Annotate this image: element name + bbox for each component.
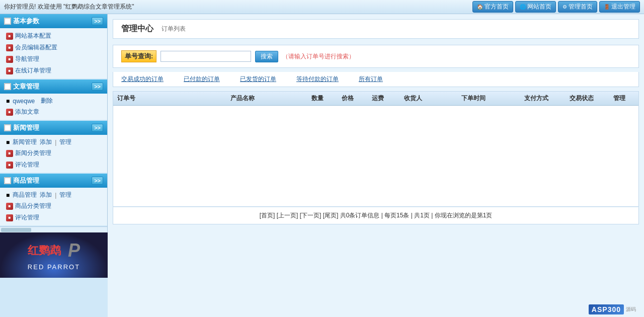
item-icon: ■ (6, 67, 13, 74)
search-hint: （请输入订单号进行搜索） (282, 52, 355, 61)
home-icon: 🏠 (477, 4, 483, 10)
item-label: 商品分类管理 (15, 202, 51, 210)
content-title-bar: 管理中心 订单列表 (113, 19, 639, 39)
sidebar-item-product-category[interactable]: ■ 商品分类管理 (4, 200, 107, 212)
filter-tabs: 交易成功的订单 已付款的订单 已发货的订单 等待付款的订单 所有订单 (113, 72, 639, 87)
product-manage-btn[interactable]: 管理 (59, 191, 71, 199)
logo-en-text: RED PARROT (28, 263, 80, 271)
sidebar-header-articles[interactable]: 文章管理 >> (0, 80, 107, 94)
asp300-text: ASP300 (589, 304, 624, 314)
sidebar-section-articles: 文章管理 >> ■ qweqwe 删除 ■ 添加文章 (0, 80, 107, 120)
section-title-articles: 文章管理 (13, 82, 39, 91)
order-table: 订单号 产品名称 数量 价格 运费 收货人 下单时间 支付方式 交易状态 管理 (113, 91, 639, 207)
expand-products[interactable]: >> (92, 177, 103, 185)
th-payment: 支付方式 (514, 94, 559, 103)
search-button[interactable]: 搜索 (255, 51, 278, 62)
pagination-text: [首页] [上一页] [下一页] [尾页] 共0条订单信息 | 每页15条 | … (260, 212, 493, 219)
official-site-btn[interactable]: 🏠 官方首页 (472, 1, 513, 13)
th-qty: 数量 (302, 94, 333, 103)
filter-paid[interactable]: 已付款的订单 (184, 75, 220, 84)
th-receiver: 收货人 (393, 94, 433, 103)
sidebar-section-news: 新闻管理 >> ■ 新闻管理 添加 | 管理 ■ 新闻分类管理 (0, 121, 107, 173)
sidebar-item-member-editor[interactable]: ■ 会员编辑器配置 (4, 42, 107, 53)
globe-icon: 🌐 (520, 4, 526, 10)
sidebar-header-products[interactable]: 商品管理 >> (0, 174, 107, 188)
sidebar-item-product-comments[interactable]: ■ 评论管理 (4, 212, 107, 223)
pagination: [首页] [上一页] [下一页] [尾页] 共0条订单信息 | 每页15条 | … (113, 207, 639, 224)
item-label: 新闻分类管理 (15, 149, 51, 157)
sidebar-item-news-comments[interactable]: ■ 评论管理 (4, 159, 107, 171)
expand-news[interactable]: >> (92, 124, 103, 132)
logo-p-icon: P (68, 240, 80, 261)
filter-shipped[interactable]: 已发货的订单 (240, 75, 276, 84)
item-label: 会员编辑器配置 (15, 43, 57, 52)
breadcrumb: 订单列表 (162, 25, 186, 33)
item-label: 评论管理 (15, 161, 39, 169)
filter-pending[interactable]: 等待付款的订单 (296, 75, 339, 84)
th-shipping: 运费 (363, 94, 393, 103)
th-manage: 管理 (604, 94, 634, 103)
news-manage-btn[interactable]: 管理 (59, 138, 71, 146)
scrollbar-thumb[interactable] (1, 228, 31, 232)
filter-all[interactable]: 所有订单 (359, 75, 383, 84)
section-icon (4, 83, 11, 90)
admin-home-btn[interactable]: ⚙ 管理首页 (558, 1, 597, 13)
product-manage-row: ■ 商品管理 添加 | 管理 (4, 190, 107, 200)
article-item-qweqwe[interactable]: qweqwe (13, 98, 35, 105)
product-add-btn[interactable]: 添加 (40, 191, 52, 199)
sidebar-item-add-article[interactable]: ■ 添加文章 (4, 106, 107, 118)
th-status: 交易状态 (559, 94, 604, 103)
logout-label: 退出管理 (611, 3, 635, 11)
th-time: 下单时间 (433, 94, 514, 103)
search-input[interactable] (160, 51, 251, 62)
item-label: 在线订单管理 (15, 66, 51, 75)
item-icon: ■ (6, 98, 10, 105)
sidebar-item-news-category[interactable]: ■ 新闻分类管理 (4, 147, 107, 159)
sidebar-header-basic[interactable]: 基本参数 >> (0, 14, 107, 28)
page-title: 管理中心 (121, 24, 153, 34)
main-content: 管理中心 订单列表 单号查询: 搜索 （请输入订单号进行搜索） 交易成功的订单 … (108, 14, 644, 317)
delete-article-btn[interactable]: 删除 (41, 97, 53, 105)
item-label: 评论管理 (15, 213, 39, 222)
expand-articles[interactable]: >> (92, 83, 103, 91)
website-home-btn[interactable]: 🌐 网站首页 (515, 1, 556, 13)
item-icon: ■ (6, 192, 10, 199)
section-title-products: 商品管理 (13, 176, 39, 185)
item-label: 网站基本配置 (15, 32, 51, 40)
bottom-logo-bar: ASP300 源码 (543, 302, 644, 317)
nav-buttons: 🏠 官方首页 🌐 网站首页 ⚙ 管理首页 🚪 退出管理 (472, 1, 640, 13)
filter-success[interactable]: 交易成功的订单 (121, 75, 164, 84)
exit-icon: 🚪 (604, 4, 610, 10)
news-add-btn[interactable]: 添加 (40, 138, 52, 146)
search-bar: 单号查询: 搜索 （请输入订单号进行搜索） (113, 45, 639, 68)
item-icon: ■ (6, 56, 13, 63)
sidebar-content-articles: ■ qweqwe 删除 ■ 添加文章 (0, 94, 107, 120)
product-manage-label: 商品管理 (13, 191, 37, 199)
logo-cn-text: 红鹦鹉 (28, 243, 61, 258)
sidebar-content-products: ■ 商品管理 添加 | 管理 ■ 商品分类管理 ■ 评论管理 (0, 188, 107, 225)
item-icon: ■ (6, 203, 13, 210)
sidebar-section-products: 商品管理 >> ■ 商品管理 添加 | 管理 ■ 商品分类管理 (0, 174, 107, 225)
item-icon: ■ (6, 33, 13, 40)
search-label: 单号查询: (121, 50, 156, 62)
sidebar-item-site-config[interactable]: ■ 网站基本配置 (4, 30, 107, 42)
sidebar-header-news[interactable]: 新闻管理 >> (0, 121, 107, 135)
item-icon: ■ (6, 109, 13, 116)
section-title-basic: 基本参数 (13, 17, 39, 26)
asp300-sub: 源码 (626, 306, 636, 313)
sidebar-content-basic: ■ 网站基本配置 ■ 会员编辑器配置 ■ 导航管理 ■ 在线订单管理 (0, 28, 107, 78)
logo-background: 红鹦鹉 P RED PARROT (0, 232, 108, 278)
th-price: 价格 (333, 94, 363, 103)
gear-icon: ⚙ (562, 4, 567, 10)
item-label: 添加文章 (15, 108, 39, 116)
logout-btn[interactable]: 🚪 退出管理 (599, 1, 640, 13)
section-icon (4, 18, 11, 25)
item-label: 导航管理 (15, 55, 39, 63)
expand-basic[interactable]: >> (92, 17, 103, 25)
top-bar: 你好管理员! 欢迎使用 "红鹦鹉综合文章管理系统" 🏠 官方首页 🌐 网站首页 … (0, 0, 644, 14)
th-product: 产品名称 (183, 94, 302, 103)
table-header: 订单号 产品名称 数量 价格 运费 收货人 下单时间 支付方式 交易状态 管理 (113, 92, 638, 106)
sidebar-item-nav[interactable]: ■ 导航管理 (4, 53, 107, 65)
sidebar-item-orders[interactable]: ■ 在线订单管理 (4, 65, 107, 76)
asp300-logo: ASP300 源码 (589, 304, 636, 314)
